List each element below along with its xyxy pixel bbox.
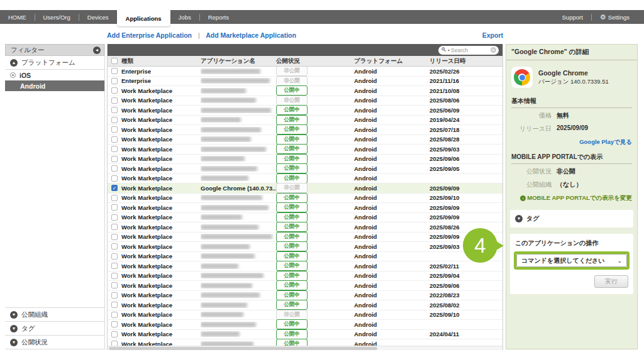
sidebar-item-ios[interactable]: iOS [5,70,104,80]
table-row[interactable]: Work Marketplace公開中Android2019/04/24 [108,116,502,126]
table-row[interactable]: Work Marketplace公開中Android [108,339,502,346]
table-row[interactable]: Work Marketplace公開中Android2025/09/03 [108,242,502,252]
add-enterprise-application-link[interactable]: Add Enterprise Application [107,31,192,39]
sidebar-section-タグ[interactable]: ▾タグ [5,322,104,336]
row-checkbox-cell [108,87,121,94]
sidebar-section-公開状況[interactable]: ▾公開状況 [5,336,104,349]
portal-change-link[interactable]: MOBILE APP PORTALでの表示を変更 [527,194,632,201]
table-row[interactable]: Work Marketplace公開中Android2025/08/28 [108,135,502,145]
tags-section-toggle[interactable]: ▾ タグ [510,210,633,228]
table-row[interactable]: Work Marketplace公開中Android2025/09/04 [108,272,502,282]
table-row[interactable]: Work Marketplace公開中Android2025/08/26 [108,222,502,233]
table-row[interactable]: Work Marketplace公開中Android2025/09/09 [108,213,502,223]
row-checkbox[interactable] [111,253,118,260]
sidebar-item-android[interactable]: Android [5,80,104,91]
app-name-cell [201,253,276,259]
collapse-sidebar-button[interactable]: ◂ [93,47,101,54]
nav-tab-users-org[interactable]: Users/Org [35,14,79,21]
row-checkbox[interactable] [111,146,118,152]
row-checkbox[interactable] [111,136,118,143]
row-checkbox[interactable] [111,117,118,123]
row-checkbox[interactable] [111,214,118,221]
row-checkbox[interactable] [111,331,118,337]
sidebar-section-platform[interactable]: ▴ プラットフォーム [5,56,104,70]
table-row[interactable]: Work Marketplace公開中Android2025/09/06 [108,155,502,165]
row-checkbox[interactable] [111,126,118,133]
row-checkbox[interactable] [111,195,118,201]
add-marketplace-application-link[interactable]: Add Marketplace Application [206,31,296,39]
sidebar-section-公開組織[interactable]: ▾公開組織 [5,308,104,322]
table-row[interactable]: Work Marketplace公開中Android2021/10/08 [108,86,502,96]
row-checkbox[interactable] [111,204,118,211]
table-row[interactable]: Work Marketplace非公開Android2025/09/10 [108,310,502,321]
table-row[interactable]: Work Marketplace公開中Android2022/08/23 [108,291,502,301]
row-checkbox[interactable] [111,97,118,104]
clear-search-icon[interactable]: ✕ [491,47,496,53]
nav-tab-home[interactable]: HOME [0,14,35,21]
table-row[interactable]: Work Marketplace公開中Android2025/07/18 [108,125,502,135]
table-row[interactable]: Work Marketplace公開中Android2025/09/10 [108,194,502,204]
row-checkbox[interactable] [111,302,118,308]
nav-tab-applications[interactable]: Applications [117,10,170,26]
row-checkbox[interactable] [111,224,118,230]
scrollbar-thumb[interactable] [109,347,377,350]
platform-cell: Android [354,87,430,94]
row-checkbox[interactable] [111,107,118,113]
table-row[interactable]: Work Marketplace公開中Android [108,252,502,262]
table-row[interactable]: Work Marketplace公開中Android2025/06/09 [108,106,502,116]
row-checkbox[interactable] [111,292,118,299]
row-checkbox[interactable] [111,68,118,74]
row-checkbox-cell [108,78,121,84]
table-row[interactable]: Work Marketplace公開中Android2025/09/06 [108,281,502,291]
nav-tab-jobs[interactable]: Jobs [170,14,199,21]
horizontal-scrollbar[interactable] [108,346,502,350]
table-row[interactable]: Work Marketplace公開中Android2024/04/11 [108,330,502,340]
row-checkbox[interactable] [111,78,118,84]
command-select[interactable]: コマンドを選択してください ⌄ [516,254,627,267]
nav-settings[interactable]: ⚙Settings [592,13,638,21]
row-checkbox[interactable] [111,243,118,250]
select-all-checkbox[interactable] [111,58,118,64]
redacted-app-name [201,263,238,269]
table-row[interactable]: Work Marketplace非公開Android2025/08/06 [108,96,502,106]
row-checkbox[interactable] [111,282,118,288]
row-checkbox[interactable] [111,87,118,94]
google-play-link[interactable]: Google Playで見る [579,138,632,145]
search-input[interactable]: 🔍︎ ▾ Search ✕ [438,46,499,55]
table-row[interactable]: ✓Work MarketplaceGoogle Chrome (140.0.73… [108,184,502,194]
row-checkbox[interactable] [111,263,118,269]
row-checkbox[interactable] [111,341,118,346]
table-row[interactable]: Work Marketplace公開中Android2025/02/11 [108,261,502,272]
table-row[interactable]: Work Marketplace公開中Android [108,320,502,330]
table-row[interactable]: Work Marketplace公開中Android2025/08/02 [108,300,502,310]
redacted-app-name [201,136,251,142]
row-checkbox[interactable] [111,156,118,162]
app-name-cell [201,205,276,211]
row-checkbox[interactable] [111,165,118,172]
row-checkbox[interactable] [111,273,118,279]
status-badge: 公開中 [276,271,308,281]
table-row[interactable]: Work Marketplace公開中Android2025/09/09 [108,233,502,243]
status-cell: 公開中 [276,300,354,310]
row-checkbox[interactable]: ✓ [111,185,118,191]
release-date-cell: 2025/08/28 [430,136,502,143]
row-checkbox[interactable] [111,175,118,182]
tags-label: タグ [526,214,539,223]
table-row[interactable]: Work Marketplace公開中Android [108,174,502,184]
row-checkbox[interactable] [111,234,118,240]
table-row[interactable]: Enterprise非公開Android2025/02/26 [108,67,502,77]
row-checkbox[interactable] [111,321,118,327]
table-row[interactable]: Work Marketplace公開中Android2025/09/03 [108,145,502,155]
execute-button[interactable]: 実行 [594,275,628,288]
nav-tab-reports[interactable]: Reports [200,14,237,21]
export-link[interactable]: Export [482,31,503,41]
app-type-cell: Work Marketplace [121,87,201,94]
nav-tab-devices[interactable]: Devices [79,14,117,21]
row-checkbox[interactable] [111,312,118,318]
table-row[interactable]: Work Marketplace公開中Android2025/09/05 [108,164,502,174]
table-row[interactable]: Work Marketplace公開中Android2025/09/09 [108,203,502,213]
table-row[interactable]: Enterprise非公開Android2021/11/16 [108,77,502,87]
row-checkbox-cell [108,156,121,162]
platform-cell: Android [354,146,430,153]
nav-support[interactable]: Support [554,14,591,21]
